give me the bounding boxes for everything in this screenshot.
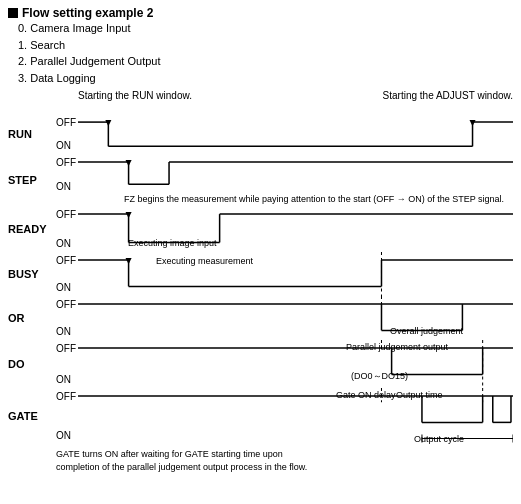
list-item: 1. Search — [18, 37, 513, 54]
title-square — [8, 8, 18, 18]
list-item: 2. Parallel Judgement Output — [18, 53, 513, 70]
signal-diagram-or: OFF ON Overall judgement — [56, 296, 513, 340]
page-title: Flow setting example 2 — [8, 6, 513, 20]
gate-note: GATE turns ON after waiting for GATE sta… — [56, 448, 513, 473]
signal-label-ready: READY — [8, 206, 56, 252]
page: Flow setting example 2 0. Camera Image I… — [0, 0, 521, 479]
signal-label-step: STEP — [8, 154, 56, 206]
signal-diagram-gate: OFF ON — [56, 388, 513, 444]
gate-on-delay-label: Gate ON delay — [336, 390, 396, 400]
signal-row-gate: GATE OFF ON — [8, 388, 513, 444]
signal-label-do: DO — [8, 340, 56, 388]
overall-judgement-label: Overall judgement — [390, 326, 463, 336]
signal-diagram-run: OFF ON — [56, 114, 513, 154]
signal-row-or: OR OFF ON Overall judgement — [8, 296, 513, 340]
step-annotation: FZ begins the measurement while paying a… — [124, 194, 504, 204]
list-item: 3. Data Logging — [18, 70, 513, 87]
signal-row-run: RUN OFF ON — [8, 114, 513, 154]
timing-diagram: Starting the RUN window. Starting the AD… — [8, 90, 513, 473]
executing-image-label: Executing image input — [128, 238, 217, 248]
list-item: 0. Camera Image Input — [18, 20, 513, 37]
adjust-window-label: Starting the ADJUST window. — [383, 90, 513, 101]
svg-marker-6 — [470, 120, 476, 126]
signal-label-busy: BUSY — [8, 252, 56, 296]
run-window-label: Starting the RUN window. — [78, 90, 192, 101]
parallel-output-label: Parallel judgement output — [346, 342, 448, 352]
do-range-label: (DO0～DO15) — [351, 370, 408, 383]
signal-diagram-busy: OFF ON Executing measur — [56, 252, 513, 296]
executing-meas-label: Executing measurement — [156, 256, 253, 266]
output-time-label: Output time — [396, 390, 443, 400]
title-block: Flow setting example 2 0. Camera Image I… — [8, 6, 513, 86]
signal-label-gate: GATE — [8, 388, 56, 444]
signal-row-ready: READY OFF ON Executing image i — [8, 206, 513, 252]
signal-row-step: STEP OFF ON FZ begi — [8, 154, 513, 206]
signal-diagram-ready: OFF ON Executing image input — [56, 206, 513, 252]
signal-row-busy: BUSY OFF ON — [8, 252, 513, 296]
svg-marker-5 — [105, 120, 111, 126]
signal-diagram-do: OFF ON Parallel judgement output (DO0～DO… — [56, 340, 513, 388]
signal-row-do: DO OFF ON Parallel judgement output — [8, 340, 513, 388]
signal-diagram-step: OFF ON FZ begins the measurement w — [56, 154, 513, 206]
item-list: 0. Camera Image Input 1. Search 2. Paral… — [8, 20, 513, 86]
signal-label-or: OR — [8, 296, 56, 340]
signal-label-run: RUN — [8, 114, 56, 154]
output-cycle-label: Output cycle — [414, 434, 464, 444]
